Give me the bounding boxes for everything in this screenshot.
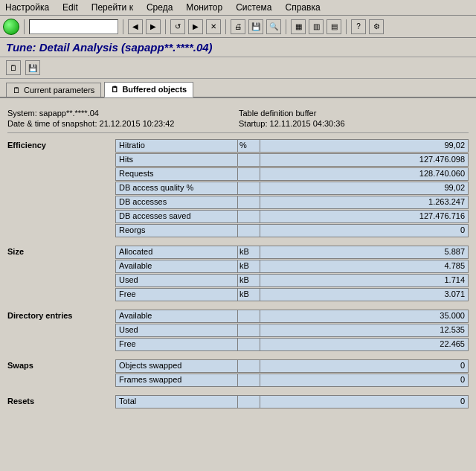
category-cell bbox=[7, 210, 115, 223]
menu-edit[interactable]: Edit bbox=[60, 1, 80, 13]
tab-bar: 🗒 Current parameters 🗒 Buffered objects bbox=[0, 79, 476, 98]
unit-cell bbox=[238, 224, 260, 237]
menu-sreda[interactable]: Среда bbox=[144, 1, 175, 13]
label-cell: Used bbox=[115, 324, 238, 337]
category-cell bbox=[7, 274, 115, 287]
section-gap bbox=[7, 388, 469, 395]
table-row: SwapsObjects swapped0 bbox=[7, 359, 469, 373]
table-row: DB accesses saved127.476.716 bbox=[7, 210, 469, 223]
command-field[interactable] bbox=[29, 19, 118, 34]
startup-label: Startup: bbox=[239, 119, 268, 128]
sep4 bbox=[225, 19, 226, 34]
nav-back-icon[interactable]: ◀ bbox=[128, 19, 143, 34]
unit-cell bbox=[238, 310, 260, 323]
menu-bar: Настройка Edit Перейти к Среда Монитор С… bbox=[0, 0, 476, 16]
value-cell: 4.785 bbox=[260, 260, 469, 273]
date-info: Date & time of snapshot: 21.12.2015 10:2… bbox=[7, 119, 237, 128]
sep1 bbox=[24, 19, 25, 34]
layout-icon2[interactable]: ▥ bbox=[309, 19, 324, 34]
label-cell: Total bbox=[115, 395, 238, 408]
unit-cell: % bbox=[238, 139, 260, 153]
info-section: System: sapapp**.****.04 Table definitio… bbox=[7, 104, 469, 133]
menu-pereytik[interactable]: Перейти к bbox=[89, 1, 135, 13]
startup-value: 12.11.2015 04:30:36 bbox=[270, 119, 345, 128]
buffer-label: Table definition buffer bbox=[239, 109, 316, 118]
unit-cell bbox=[238, 359, 260, 373]
data-table: EfficiencyHitratio%99,02Hits127.476.098R… bbox=[7, 139, 469, 408]
category-cell bbox=[7, 338, 115, 351]
table-row: Hits127.476.098 bbox=[7, 153, 469, 167]
unit-cell bbox=[238, 338, 260, 351]
unit-cell bbox=[238, 374, 260, 387]
page-icon2[interactable]: 💾 bbox=[25, 60, 40, 75]
category-cell bbox=[7, 196, 115, 209]
layout-icon3[interactable]: ▤ bbox=[327, 19, 341, 34]
buffer-info: Table definition buffer bbox=[239, 109, 469, 118]
label-cell: Hits bbox=[115, 153, 238, 167]
table-row: DB accesses1.263.247 bbox=[7, 196, 469, 209]
nav-fwd-icon[interactable]: ▶ bbox=[146, 19, 161, 34]
help-icon[interactable]: ? bbox=[351, 19, 366, 34]
table-row: Requests128.740.060 bbox=[7, 167, 469, 181]
category-cell: Efficiency bbox=[7, 139, 115, 153]
menu-nastroyka[interactable]: Настройка bbox=[3, 1, 51, 13]
table-row: DB access quality %99,02 bbox=[7, 182, 469, 195]
category-cell bbox=[7, 167, 115, 181]
date-value: 21.12.2015 10:23:42 bbox=[100, 119, 175, 128]
unit-cell: kB bbox=[238, 260, 260, 273]
value-cell: 127.476.098 bbox=[260, 153, 469, 167]
table-row: FreekB3.071 bbox=[7, 288, 469, 301]
label-cell: Requests bbox=[115, 167, 238, 181]
settings-icon[interactable]: ⚙ bbox=[369, 19, 384, 34]
unit-cell bbox=[238, 324, 260, 337]
category-cell: Size bbox=[7, 246, 115, 259]
table-row: ResetsTotal0 bbox=[7, 395, 469, 408]
tab-buffered-icon: 🗒 bbox=[111, 85, 119, 94]
unit-cell: kB bbox=[238, 246, 260, 259]
value-cell: 5.887 bbox=[260, 246, 469, 259]
label-cell: Free bbox=[115, 338, 238, 351]
table-row: SizeAllocatedkB5.887 bbox=[7, 246, 469, 259]
startup-info: Startup: 12.11.2015 04:30:36 bbox=[239, 119, 469, 128]
toolbar: ◀ ▶ ↺ ▶ ✕ 🖨 💾 🔍 ▦ ▥ ▤ ? ⚙ bbox=[0, 16, 476, 38]
stop-icon[interactable]: ✕ bbox=[206, 19, 221, 34]
value-cell: 0 bbox=[260, 374, 469, 387]
tab-buffered-objects[interactable]: 🗒 Buffered objects bbox=[104, 82, 193, 97]
label-cell: Frames swapped bbox=[115, 374, 238, 387]
menu-monitor[interactable]: Монитор bbox=[184, 1, 225, 13]
sep5 bbox=[286, 19, 286, 34]
value-cell: 99,02 bbox=[260, 139, 469, 153]
print-icon[interactable]: 🖨 bbox=[231, 19, 245, 34]
unit-cell bbox=[238, 210, 260, 223]
label-cell: Available bbox=[115, 260, 238, 273]
label-cell: Hitratio bbox=[115, 139, 238, 153]
menu-spravka[interactable]: Справка bbox=[283, 1, 323, 13]
table-row: Used12.535 bbox=[7, 324, 469, 337]
category-cell bbox=[7, 324, 115, 337]
layout-icon1[interactable]: ▦ bbox=[291, 19, 306, 34]
section-gap bbox=[7, 352, 469, 359]
label-cell: DB accesses saved bbox=[115, 210, 238, 223]
status-indicator bbox=[3, 19, 19, 35]
tab-current-params-icon: 🗒 bbox=[13, 86, 21, 94]
page-icon1[interactable]: 🗒 bbox=[6, 60, 21, 75]
unit-cell bbox=[238, 153, 260, 167]
value-cell: 0 bbox=[260, 395, 469, 408]
menu-sistema[interactable]: Система bbox=[234, 1, 274, 13]
table-row: Free22.465 bbox=[7, 338, 469, 351]
unit-cell bbox=[238, 182, 260, 195]
label-cell: DB accesses bbox=[115, 196, 238, 209]
save-icon[interactable]: 💾 bbox=[248, 19, 263, 34]
value-cell: 1.263.247 bbox=[260, 196, 469, 209]
section-gap bbox=[7, 238, 469, 246]
tab-current-parameters[interactable]: 🗒 Current parameters bbox=[6, 83, 101, 97]
label-cell: Available bbox=[115, 310, 238, 323]
value-cell: 3.071 bbox=[260, 288, 469, 301]
unit-cell: kB bbox=[238, 274, 260, 287]
refresh-icon[interactable]: ↺ bbox=[170, 19, 185, 34]
find-icon[interactable]: 🔍 bbox=[266, 19, 281, 34]
label-cell: Free bbox=[115, 288, 238, 301]
execute-icon[interactable]: ▶ bbox=[188, 19, 203, 34]
unit-cell bbox=[238, 395, 260, 408]
table-row: Reorgs0 bbox=[7, 224, 469, 237]
